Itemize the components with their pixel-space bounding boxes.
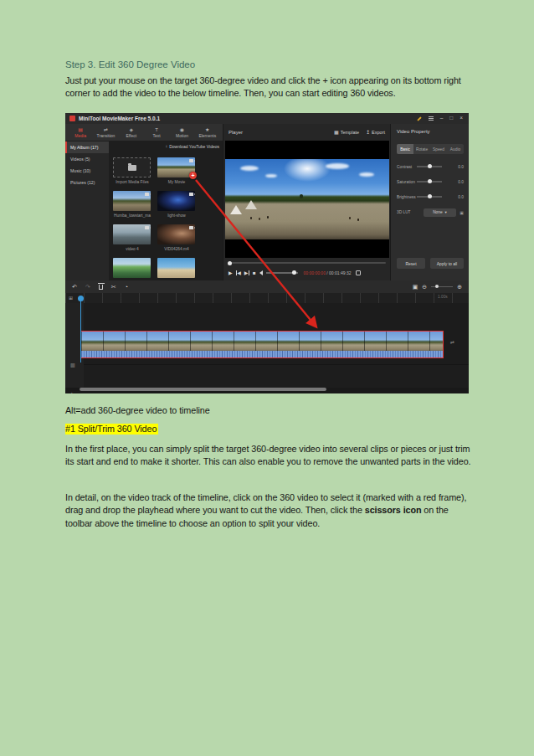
scissors-icon-bold-text: scissors icon [365,505,422,515]
tab-transition[interactable]: ⇄ Transition [94,127,117,138]
ruler-end-label: 1.00s [438,295,448,299]
minimize-button[interactable]: – [440,116,444,121]
effect-icon: ◈ [130,127,134,132]
volume-icon[interactable] [259,270,263,275]
tab-text[interactable]: T Text [145,127,168,138]
sidebar-item-music[interactable]: Music (10) [65,165,109,177]
media-thumb-my-movie[interactable]: + [157,157,195,177]
media-thumb-light-show[interactable] [157,191,195,211]
media-item-label: Import Media Files [109,180,157,184]
media-thumb-vid04264[interactable] [157,224,195,244]
contrast-handle[interactable] [428,164,432,168]
timeline-section: ↶ ↷ ✂ ◔ ▣ ⊖ ⊕ ⊞ 1.00s ▥ ♪ [65,280,469,393]
sidebar-item-pictures[interactable]: Pictures (12) [65,177,109,188]
play-button[interactable]: ▶ [228,270,233,275]
add-to-timeline-plus-icon[interactable]: + [189,172,197,179]
stop-button[interactable]: ■ [253,270,256,275]
redo-icon[interactable]: ↷ [85,284,90,290]
download-youtube-button[interactable]: ↓ Download YouTube Videos [165,144,219,149]
timeline-zoom-slider[interactable] [431,286,453,288]
zoom-handle[interactable] [435,285,439,288]
close-button[interactable]: × [460,116,463,121]
main-tabbar: ▤ Media ⇄ Transition ◈ Effect T Text ◉ M… [65,124,223,141]
seek-handle[interactable] [228,261,232,265]
clip-trim-handle[interactable]: ⇄ [450,339,454,345]
saturation-slider[interactable] [417,181,442,183]
alt-caption: Alt=add 360-degree video to timeline [65,404,472,417]
player-label: Player [228,130,243,135]
tent-shape [230,205,242,214]
property-tab-speed[interactable]: Speed [430,144,447,154]
brightness-slider[interactable] [417,196,442,198]
video-property-panel: Video Property Basic Rotate Speed Audio … [390,124,469,280]
next-frame-button[interactable]: ▶ [244,270,249,275]
scissors-icon[interactable]: ✂ [111,284,116,290]
zoom-out-icon[interactable]: ⊖ [422,284,427,290]
video-preview-frame[interactable] [225,159,389,239]
lut-dropdown[interactable]: None ▾ [424,208,457,217]
media-thumb-video4[interactable] [113,224,151,244]
section-heading: #1 Split/Trim 360 Video [65,423,472,435]
transition-icon: ⇄ [104,127,108,132]
delete-icon[interactable] [99,285,103,290]
reset-button[interactable]: Reset [397,258,425,269]
tab-media[interactable]: ▤ Media [69,127,92,138]
fullscreen-icon[interactable] [356,270,361,275]
import-media-tile[interactable] [113,157,151,177]
lut-info-icon[interactable]: ▣ [460,210,464,215]
tab-effect[interactable]: ◈ Effect [120,127,143,138]
timeline-scrollbar[interactable] [80,388,326,391]
media-sidebar: My Album (17) Videos (5) Music (10) Pict… [65,141,109,280]
music-track[interactable] [84,364,469,388]
property-tab-audio[interactable]: Audio [447,144,464,154]
sidebar-item-videos[interactable]: Videos (5) [65,153,109,165]
contrast-slider[interactable] [417,166,442,167]
playhead-line [80,301,81,363]
current-time: 00:00:00:00 [304,270,326,275]
media-item-label: VID04264.m4 [152,247,201,251]
timeline-ruler[interactable] [65,293,469,303]
document-page: Step 3. Edit 360 Degree Video Just put y… [0,0,534,756]
timeline-video-clip[interactable] [80,331,444,358]
volume-slider[interactable] [266,272,298,274]
sidebar-item-my-album[interactable]: My Album (17) [65,141,109,153]
media-library: ↓ Download YouTube Videos Import Media F… [109,141,223,280]
video-camera-icon [189,193,193,196]
track-manage-icon[interactable]: ⊞ [69,295,73,301]
property-tab-basic[interactable]: Basic [397,144,413,154]
app-titlebar: MiniTool MovieMaker Free 5.0.1 – □ × [65,113,469,124]
download-icon: ↓ [165,144,167,149]
property-tab-rotate[interactable]: Rotate [413,144,430,154]
saturation-handle[interactable] [428,179,432,183]
media-item-label: video 4 [109,247,157,251]
feedback-pencil-icon[interactable] [417,116,422,121]
media-thumb-humba[interactable] [113,191,151,211]
video-preview-stage [225,141,389,258]
zoom-in-icon[interactable]: ⊕ [457,284,462,290]
speed-clock-icon[interactable]: ◔ [125,284,128,290]
tab-motion[interactable]: ◉ Motion [170,127,193,138]
tent-shape [245,200,257,209]
brightness-handle[interactable] [428,194,432,198]
template-icon: ▦ [334,130,339,135]
paragraph-2: In detail, on the video track of the tim… [65,491,472,530]
player-seekbar[interactable] [228,262,386,264]
tab-elements[interactable]: ★ Elements [196,127,219,138]
brightness-row: Brightness 0.0 [397,193,464,201]
playhead[interactable] [78,296,84,363]
apply-to-all-button[interactable]: Apply to all [430,258,464,269]
maximize-button[interactable]: □ [449,116,453,121]
template-button[interactable]: ▦ Template [334,130,359,135]
previous-frame-button[interactable]: ◀ [236,270,241,275]
zoom-fit-icon[interactable]: ▣ [413,284,418,290]
saturation-row: Saturation 0.0 [397,177,464,186]
menu-icon[interactable] [429,116,434,121]
media-thumb-landscape[interactable] [113,258,151,278]
crowd-dots [250,217,252,219]
export-button[interactable]: ↥ Export [366,130,385,135]
video-camera-icon [189,226,193,229]
elements-icon: ★ [205,127,209,132]
volume-handle[interactable] [292,270,296,275]
undo-icon[interactable]: ↶ [72,284,77,290]
media-thumb-beach[interactable] [157,258,195,278]
